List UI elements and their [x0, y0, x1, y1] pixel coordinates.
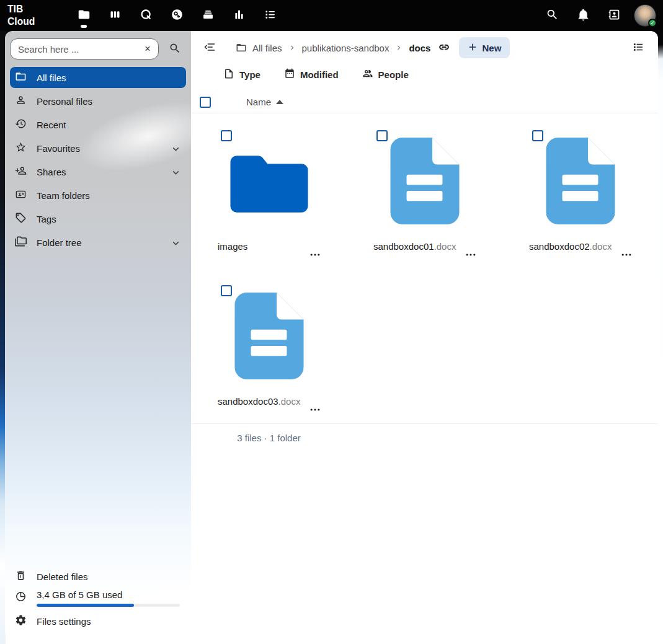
document-icon — [191, 273, 347, 391]
breadcrumb: All files publikations-sandbox docs — [236, 42, 430, 53]
app-menu — [68, 0, 285, 31]
stack-icon — [202, 8, 215, 24]
sort-by-name[interactable]: Name — [246, 97, 283, 107]
contacts-menu-button[interactable] — [598, 0, 630, 31]
unified-search-button[interactable] — [536, 0, 567, 31]
new-button[interactable]: New — [459, 37, 510, 58]
select-all-checkbox[interactable] — [200, 97, 211, 108]
activity-app-button[interactable] — [223, 0, 254, 31]
search-icon — [169, 42, 181, 56]
clear-search-icon[interactable]: × — [141, 43, 154, 55]
files-app-button[interactable] — [68, 0, 99, 31]
gear-icon — [15, 614, 27, 629]
notifications-bell-icon — [577, 8, 590, 24]
breadcrumb-item-publikations-sandbox[interactable]: publikations-sandbox — [302, 43, 389, 53]
storage-quota: 3,4 GB of 5 GB used — [10, 589, 186, 607]
sidebar-item-deleted-files[interactable]: Deleted files — [10, 566, 186, 587]
folder-icon — [236, 42, 247, 53]
filter-type[interactable]: Type — [223, 68, 260, 81]
file-type-icon — [223, 68, 234, 81]
name-column-header: Name — [246, 97, 271, 107]
chevron-down-icon[interactable] — [170, 237, 180, 247]
search-input[interactable] — [10, 38, 159, 60]
sidebar-item-files-settings[interactable]: Files settings — [10, 611, 186, 632]
grid-tile-images[interactable]: images — [191, 118, 347, 273]
people-icon — [362, 68, 373, 81]
sidebar-item-personal-files[interactable]: Personal files — [10, 90, 186, 112]
document-icon — [347, 118, 502, 236]
file-name: sandboxdoc03.docx — [218, 396, 300, 407]
sidebar-item-label: All files — [37, 73, 66, 83]
sidebar-item-label: Personal files — [37, 96, 92, 107]
file-actions-menu[interactable] — [618, 246, 635, 265]
file-name: sandboxdoc01.docx — [373, 241, 456, 252]
three-dots-icon — [309, 408, 321, 418]
file-name: sandboxdoc02.docx — [529, 241, 612, 252]
filter-people[interactable]: People — [362, 68, 409, 81]
chevron-down-icon[interactable] — [170, 167, 180, 177]
sidebar-item-team-folders[interactable]: Team folders — [10, 185, 186, 206]
tasks-app-button[interactable] — [254, 0, 285, 31]
view-toggle-button[interactable] — [630, 38, 647, 58]
sort-ascending-icon — [276, 100, 283, 104]
active-app-indicator — [81, 25, 87, 28]
stack-app-button[interactable] — [192, 0, 223, 31]
sidebar-item-favourites[interactable]: Favourites — [10, 138, 186, 159]
file-actions-menu[interactable] — [462, 246, 479, 265]
new-button-label: New — [482, 43, 501, 53]
sidebar-item-label: Shares — [37, 167, 66, 177]
q-app-button[interactable] — [130, 0, 161, 31]
sidebar-item-label: Folder tree — [37, 237, 82, 248]
breadcrumb-item-docs[interactable]: docs — [409, 43, 430, 53]
passwords-app-button[interactable] — [161, 0, 192, 31]
breadcrumb-item-all-files[interactable]: All files — [252, 43, 282, 53]
three-dots-icon — [309, 254, 321, 263]
files-sidebar: × All files Personal files — [5, 31, 191, 639]
sidebar-item-folder-tree[interactable]: Folder tree — [10, 232, 186, 253]
tag-icon — [15, 212, 27, 226]
file-actions-menu[interactable] — [306, 401, 324, 420]
trash-icon — [15, 570, 27, 584]
collapse-sidebar-button[interactable] — [201, 38, 218, 58]
grid-tile-sandboxdoc02[interactable]: sandboxdoc02.docx — [502, 118, 658, 273]
filter-modified[interactable]: Modified — [284, 68, 339, 81]
share-link-button[interactable] — [435, 38, 453, 58]
top-bar: TIB Cloud — [0, 0, 663, 31]
three-dots-icon — [465, 254, 477, 263]
file-actions-menu[interactable] — [306, 246, 324, 265]
calendar-icon — [284, 68, 295, 81]
three-dots-icon — [620, 254, 633, 263]
document-icon — [502, 118, 658, 236]
activity-chart-icon — [233, 8, 246, 24]
app-shell: × All files Personal files — [5, 31, 658, 639]
link-icon — [438, 41, 450, 55]
star-icon — [15, 141, 27, 156]
sidebar-item-recent[interactable]: Recent — [10, 114, 186, 135]
folder-multiple-icon — [15, 236, 27, 250]
sidebar-footer: Deleted files 3,4 GB of 5 GB used Files … — [5, 566, 191, 639]
file-grid: images sandboxdoc01.docx — [191, 113, 658, 428]
columns-icon — [109, 8, 122, 24]
topbar-right: ✓ — [536, 0, 663, 31]
notifications-button[interactable] — [567, 0, 598, 31]
quota-text: 3,4 GB of 5 GB used — [37, 589, 180, 600]
files-content: All files publikations-sandbox docs — [191, 31, 658, 639]
deleted-files-label: Deleted files — [37, 571, 88, 582]
list-header: Name — [191, 91, 658, 113]
person-icon — [15, 94, 27, 108]
collapse-sidebar-icon — [203, 41, 216, 55]
sidebar-item-shares[interactable]: Shares — [10, 161, 186, 182]
sidebar-search-button[interactable] — [165, 39, 185, 59]
sidebar-item-tags[interactable]: Tags — [10, 208, 186, 229]
quota-progressbar — [37, 604, 180, 607]
sidebar-item-label: Team folders — [37, 190, 90, 201]
grid-tile-sandboxdoc03[interactable]: sandboxdoc03.docx — [191, 273, 347, 428]
user-menu-button[interactable]: ✓ — [630, 0, 661, 31]
grid-tile-sandboxdoc01[interactable]: sandboxdoc01.docx — [347, 118, 502, 273]
files-icon — [78, 8, 91, 24]
columns-app-button[interactable] — [99, 0, 130, 31]
app-logo[interactable]: TIB Cloud — [7, 3, 53, 28]
sidebar-item-label: Favourites — [37, 143, 80, 154]
sidebar-item-all-files[interactable]: All files — [10, 67, 186, 88]
chevron-down-icon[interactable] — [170, 143, 180, 153]
